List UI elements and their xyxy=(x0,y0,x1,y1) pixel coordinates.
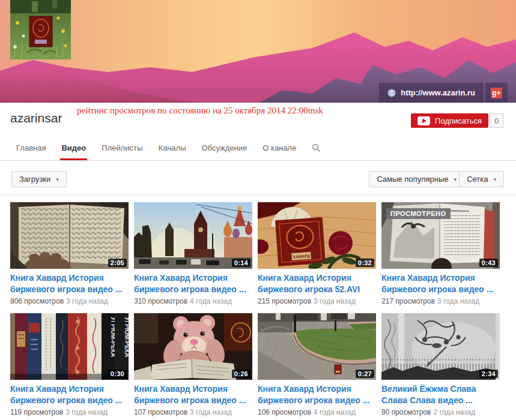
tab-videos[interactable]: Видео xyxy=(60,143,87,160)
channel-name: azarinsar xyxy=(10,111,62,125)
upload-age: 3 года назад xyxy=(65,408,108,416)
tab-playlists[interactable]: Плейлисты xyxy=(100,143,144,160)
upload-age: 3 года назад xyxy=(66,297,108,305)
view-count: 90 просмотров xyxy=(381,408,431,416)
sort-dropdown-label: Самые популярные xyxy=(377,175,448,184)
video-title[interactable]: Книга Хавард История биржевого игрока ви… xyxy=(134,272,252,295)
gplus-icon: g+ xyxy=(491,88,502,98)
video-card: ПРОСМОТРЕНО 0:43 Книга Хавард История би… xyxy=(381,202,500,305)
duration-badge: 0:30 xyxy=(108,370,127,378)
banner-gplus-link[interactable]: g+ xyxy=(485,83,508,103)
video-thumbnail[interactable]: ХАВАРД 0:32 xyxy=(258,202,376,269)
video-meta: 806 просмотров3 года назад xyxy=(10,297,129,305)
video-title[interactable]: Книга Хавард История биржевого игрока ви… xyxy=(10,272,129,295)
banner-links: http://www.azarin.ru g+ xyxy=(379,83,508,103)
banner-website-url: http://www.azarin.ru xyxy=(401,88,475,97)
video-meta: 217 просмотров3 года назад xyxy=(381,297,500,305)
video-title[interactable]: Книга Хавард История биржевого игрока ви… xyxy=(381,272,500,295)
duration-badge: 0:43 xyxy=(479,259,498,267)
chevron-down-icon: ▾ xyxy=(493,176,496,182)
video-thumbnail[interactable]: 2:05 xyxy=(10,202,129,269)
view-count: 217 просмотров xyxy=(381,297,435,305)
duration-badge: 0:26 xyxy=(232,370,250,378)
video-grid: 2:05 Книга Хавард История биржевого игро… xyxy=(10,202,500,416)
view-count: 107 просмотров xyxy=(134,408,187,416)
rating-annotation: рейтинг просмотров по состоянию на 25 ок… xyxy=(77,106,323,116)
upload-age: 3 года назад xyxy=(437,297,479,305)
tab-about[interactable]: О канале xyxy=(261,143,297,160)
tab-home[interactable]: Главная xyxy=(15,143,47,160)
duration-badge: 0:32 xyxy=(356,259,374,267)
video-meta: 215 просмотров3 года назад xyxy=(258,297,376,305)
view-count: 806 просмотров xyxy=(10,297,64,305)
video-card: УГРЮМ-РЕКА УГРЮМ-РЕКА 0:30 Книга Хавард … xyxy=(10,313,129,416)
video-meta: 107 просмотров3 года назад xyxy=(134,408,252,416)
banner-website-link[interactable]: http://www.azarin.ru xyxy=(379,83,484,103)
upload-age: 4 года назад xyxy=(314,408,356,416)
channel-header: azarinsar рейтинг просмотров по состояни… xyxy=(0,103,516,161)
avatar-book-in-grass xyxy=(10,0,71,59)
view-count: 106 просмотров xyxy=(258,408,311,416)
channel-banner: http://www.azarin.ru g+ xyxy=(0,0,516,103)
video-card: ХАВАРД 0:32 Книга Хавард История биржево… xyxy=(258,202,376,305)
tab-channels[interactable]: Каналы xyxy=(157,143,187,160)
view-count: 215 просмотров xyxy=(258,297,311,305)
watched-badge: ПРОСМОТРЕНО xyxy=(386,208,451,219)
video-title[interactable]: Книга Хавард История биржевого игрока 52… xyxy=(258,272,376,295)
upload-age: 4 года назад xyxy=(190,297,232,305)
tab-discussion[interactable]: Обсуждение xyxy=(201,143,249,160)
search-icon xyxy=(312,143,321,152)
video-meta: 90 просмотров2 года назад xyxy=(381,408,500,416)
video-title[interactable]: Великий Ёжжма Слава Слава Слава видео ..… xyxy=(381,383,500,406)
video-card: 2:34 Великий Ёжжма Слава Слава Слава вид… xyxy=(381,313,500,416)
video-card: 0:14 Книга Хавард История биржевого игро… xyxy=(134,202,252,305)
view-count: 310 просмотров xyxy=(134,297,187,305)
video-card: 0:26 Книга Хавард История биржевого игро… xyxy=(134,313,252,416)
duration-badge: 2:34 xyxy=(479,370,498,378)
video-meta: 119 просмотров3 года назад xyxy=(10,408,129,416)
video-thumbnail[interactable]: 0:14 xyxy=(134,202,252,269)
channel-search-icon[interactable] xyxy=(311,143,322,160)
thumb-spine-text: УГРЮМ-РЕКА xyxy=(124,317,129,357)
globe-icon xyxy=(387,89,396,97)
subscriber-count: 0 xyxy=(490,113,503,128)
duration-badge: 0:27 xyxy=(356,370,374,378)
video-thumbnail[interactable]: 2:34 xyxy=(381,313,500,380)
chevron-down-icon: ▾ xyxy=(56,176,59,182)
uploads-dropdown[interactable]: Загрузки ▾ xyxy=(11,171,67,187)
video-meta: 106 просмотров4 года назад xyxy=(258,408,376,416)
subscribe-button[interactable]: Подписаться xyxy=(411,113,488,128)
video-thumbnail[interactable]: ПРОСМОТРЕНО 0:43 xyxy=(381,202,500,269)
channel-avatar[interactable] xyxy=(10,0,71,59)
view-dropdown[interactable]: Сетка ▾ xyxy=(459,171,504,187)
video-thumbnail[interactable]: 0:26 xyxy=(134,313,252,380)
duration-badge: 0:14 xyxy=(232,259,250,267)
video-title[interactable]: Книга Хавард История биржевого игрока ви… xyxy=(258,383,376,406)
video-filter-bar: Загрузки ▾ Самые популярные ▾ Сетка ▾ xyxy=(0,161,516,195)
upload-age: 3 года назад xyxy=(190,408,232,416)
uploads-dropdown-label: Загрузки xyxy=(19,175,50,184)
upload-age: 2 года назад xyxy=(433,408,475,416)
video-title[interactable]: Книга Хавард История биржевого игрока ви… xyxy=(10,383,129,406)
view-count: 119 просмотров xyxy=(10,408,63,416)
chevron-down-icon: ▾ xyxy=(454,176,457,182)
video-thumbnail[interactable]: 0:27 xyxy=(258,313,376,380)
sort-dropdown[interactable]: Самые популярные ▾ xyxy=(369,171,464,187)
video-title[interactable]: Книга Хавард История биржевого игрока ви… xyxy=(134,383,252,406)
channel-tabs: Главная Видео Плейлисты Каналы Обсуждени… xyxy=(15,143,322,160)
video-thumbnail[interactable]: УГРЮМ-РЕКА УГРЮМ-РЕКА 0:30 xyxy=(10,313,129,380)
upload-age: 3 года назад xyxy=(314,297,356,305)
duration-badge: 2:05 xyxy=(108,259,127,267)
video-card: 0:27 Книга Хавард История биржевого игро… xyxy=(258,313,376,416)
view-dropdown-label: Сетка xyxy=(467,175,488,184)
video-meta: 310 просмотров4 года назад xyxy=(134,297,252,305)
subscribe-label: Подписаться xyxy=(435,116,482,125)
video-card: 2:05 Книга Хавард История биржевого игро… xyxy=(10,202,129,305)
subscribe-area: Подписаться 0 xyxy=(411,113,503,128)
youtube-play-icon xyxy=(417,116,430,125)
